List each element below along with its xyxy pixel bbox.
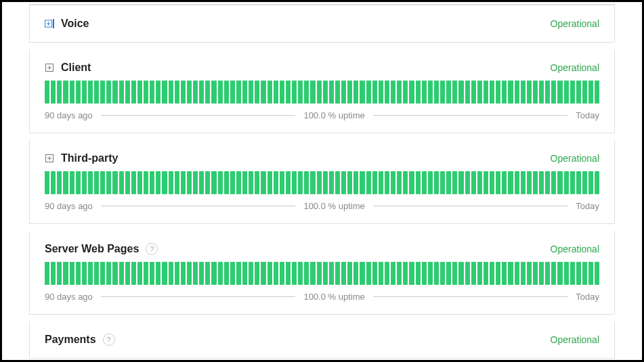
uptime-day-bar[interactable]	[484, 262, 488, 285]
uptime-day-bar[interactable]	[452, 171, 457, 194]
uptime-day-bar[interactable]	[193, 262, 198, 285]
uptime-day-bar[interactable]	[570, 171, 575, 194]
expand-icon[interactable]	[45, 19, 54, 28]
uptime-day-bar[interactable]	[508, 171, 513, 194]
uptime-day-bar[interactable]	[335, 81, 340, 104]
uptime-day-bar[interactable]	[51, 171, 56, 194]
uptime-day-bar[interactable]	[236, 171, 241, 194]
uptime-day-bar[interactable]	[175, 262, 179, 285]
uptime-day-bar[interactable]	[515, 262, 519, 285]
uptime-day-bar[interactable]	[360, 81, 364, 104]
uptime-day-bar[interactable]	[236, 262, 241, 285]
uptime-day-bar[interactable]	[347, 81, 352, 104]
uptime-day-bar[interactable]	[515, 81, 519, 104]
uptime-day-bar[interactable]	[397, 81, 402, 104]
uptime-day-bar[interactable]	[403, 171, 408, 194]
uptime-day-bar[interactable]	[82, 262, 87, 285]
uptime-day-bar[interactable]	[193, 81, 198, 104]
uptime-day-bar[interactable]	[347, 171, 352, 194]
uptime-day-bar[interactable]	[335, 262, 340, 285]
uptime-day-bar[interactable]	[261, 81, 265, 104]
uptime-day-bar[interactable]	[477, 262, 482, 285]
uptime-day-bar[interactable]	[391, 171, 395, 194]
uptime-day-bar[interactable]	[304, 262, 309, 285]
uptime-day-bar[interactable]	[261, 171, 265, 194]
uptime-day-bar[interactable]	[57, 81, 62, 104]
uptime-day-bar[interactable]	[205, 81, 210, 104]
uptime-day-bar[interactable]	[63, 171, 68, 194]
uptime-day-bar[interactable]	[360, 171, 364, 194]
uptime-day-bar[interactable]	[242, 81, 247, 104]
uptime-day-bar[interactable]	[335, 171, 340, 194]
uptime-day-bar[interactable]	[205, 171, 210, 194]
uptime-day-bar[interactable]	[211, 81, 216, 104]
uptime-day-bar[interactable]	[539, 171, 544, 194]
uptime-day-bar[interactable]	[490, 171, 494, 194]
help-icon[interactable]: ?	[146, 243, 158, 255]
uptime-day-bar[interactable]	[150, 262, 154, 285]
uptime-day-bar[interactable]	[458, 81, 463, 104]
uptime-day-bar[interactable]	[175, 81, 179, 104]
uptime-day-bar[interactable]	[360, 262, 364, 285]
uptime-day-bar[interactable]	[551, 171, 556, 194]
uptime-day-bar[interactable]	[106, 171, 111, 194]
uptime-day-bar[interactable]	[112, 81, 117, 104]
uptime-day-bar[interactable]	[125, 171, 130, 194]
uptime-day-bar[interactable]	[169, 81, 173, 104]
uptime-day-bar[interactable]	[533, 262, 538, 285]
uptime-day-bar[interactable]	[397, 262, 402, 285]
uptime-day-bar[interactable]	[385, 171, 389, 194]
expand-icon[interactable]	[45, 63, 54, 72]
uptime-day-bar[interactable]	[458, 262, 463, 285]
uptime-day-bar[interactable]	[144, 171, 148, 194]
uptime-day-bar[interactable]	[323, 171, 328, 194]
uptime-day-bar[interactable]	[45, 262, 49, 285]
uptime-day-bar[interactable]	[564, 171, 569, 194]
uptime-day-bar[interactable]	[477, 81, 482, 104]
uptime-day-bar[interactable]	[502, 81, 507, 104]
uptime-day-bar[interactable]	[564, 81, 569, 104]
uptime-day-bar[interactable]	[440, 81, 445, 104]
uptime-day-bar[interactable]	[471, 262, 476, 285]
uptime-day-bar[interactable]	[144, 262, 148, 285]
uptime-day-bar[interactable]	[274, 171, 278, 194]
uptime-day-bar[interactable]	[88, 171, 93, 194]
uptime-day-bar[interactable]	[341, 262, 346, 285]
uptime-day-bar[interactable]	[341, 81, 346, 104]
uptime-day-bar[interactable]	[63, 262, 68, 285]
uptime-day-bar[interactable]	[570, 262, 575, 285]
uptime-day-bar[interactable]	[255, 171, 259, 194]
uptime-day-bar[interactable]	[156, 81, 160, 104]
uptime-day-bar[interactable]	[434, 171, 439, 194]
uptime-day-bar[interactable]	[403, 262, 408, 285]
uptime-day-bar[interactable]	[545, 81, 550, 104]
uptime-day-bar[interactable]	[434, 81, 439, 104]
uptime-day-bar[interactable]	[564, 262, 569, 285]
uptime-day-bar[interactable]	[329, 81, 334, 104]
uptime-day-bar[interactable]	[94, 81, 99, 104]
uptime-day-bar[interactable]	[539, 262, 544, 285]
uptime-day-bar[interactable]	[70, 171, 74, 194]
uptime-day-bar[interactable]	[490, 81, 494, 104]
uptime-day-bar[interactable]	[199, 171, 204, 194]
uptime-day-bar[interactable]	[162, 81, 167, 104]
uptime-day-bar[interactable]	[385, 262, 389, 285]
uptime-day-bar[interactable]	[304, 171, 309, 194]
uptime-day-bar[interactable]	[428, 81, 433, 104]
uptime-day-bar[interactable]	[249, 262, 253, 285]
uptime-day-bar[interactable]	[218, 81, 223, 104]
uptime-day-bar[interactable]	[588, 81, 593, 104]
uptime-day-bar[interactable]	[323, 262, 328, 285]
uptime-day-bar[interactable]	[416, 81, 421, 104]
uptime-day-bar[interactable]	[119, 81, 124, 104]
uptime-day-bar[interactable]	[304, 81, 309, 104]
uptime-day-bar[interactable]	[88, 262, 93, 285]
uptime-day-bar[interactable]	[557, 171, 562, 194]
uptime-day-bar[interactable]	[502, 262, 507, 285]
uptime-day-bar[interactable]	[366, 81, 371, 104]
uptime-day-bar[interactable]	[490, 262, 494, 285]
uptime-day-bar[interactable]	[329, 171, 334, 194]
uptime-day-bar[interactable]	[199, 81, 204, 104]
uptime-day-bar[interactable]	[181, 262, 186, 285]
uptime-day-bar[interactable]	[298, 171, 303, 194]
